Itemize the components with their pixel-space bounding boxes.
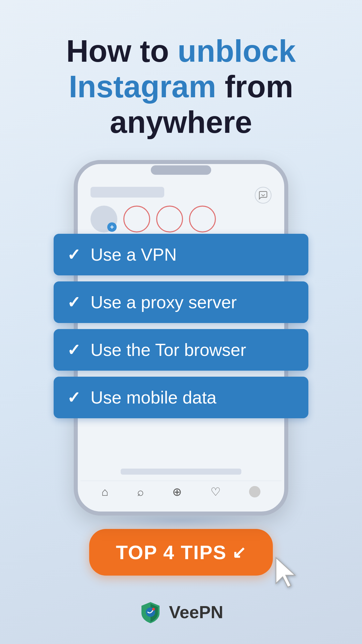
tip-label-3: Use the Tor browser [90,340,246,360]
add-nav-icon: ⊕ [172,485,182,498]
title-from: from [216,69,293,104]
checkmark-icon-2: ✓ [67,293,80,312]
cta-section: TOP 4 TIPS ↙ [89,529,273,576]
instagram-content-bar [121,469,241,475]
instagram-header-bar [90,187,164,198]
title-line-2: Instagram from [66,69,296,105]
brand-name: VeePN [169,602,223,622]
checkmark-icon-3: ✓ [67,340,80,359]
top-4-tips-button[interactable]: TOP 4 TIPS ↙ [89,529,273,576]
title-instagram: Instagram [69,69,216,104]
search-nav-icon: ⌕ [137,485,144,498]
veepn-logo [139,600,162,624]
profile-nav-icon [249,486,260,497]
story-add-plus-icon: + [107,222,117,232]
title-line-1: How to unblock [66,34,296,69]
story-add-button: + [90,206,117,232]
tip-item-1: ✓ Use a VPN [54,234,308,275]
instagram-bottom-content: ⌂ ⌕ ⊕ ♡ [80,469,282,509]
tip-label-4: Use mobile data [90,387,217,408]
title-section: How to unblock Instagram from anywhere [40,34,323,140]
cta-label: TOP 4 TIPS [116,541,227,564]
instagram-nav-bar: ⌂ ⌕ ⊕ ♡ [80,481,282,502]
title-anywhere: anywhere [110,105,252,139]
cursor-icon [273,555,300,596]
tip-item-2: ✓ Use a proxy server [54,281,308,323]
stories-row: + [90,206,272,232]
home-nav-icon: ⌂ [102,485,109,498]
story-circle-1 [123,206,150,232]
heart-nav-icon: ♡ [210,485,221,498]
svg-point-1 [152,608,155,610]
title-how-to: How to [66,34,178,68]
checkmark-icon-1: ✓ [67,245,80,264]
tips-list: ✓ Use a VPN ✓ Use a proxy server ✓ Use t… [54,234,308,418]
checkmark-icon-4: ✓ [67,388,80,407]
brand-section: VeePN [139,600,223,624]
tip-label-2: Use a proxy server [90,292,237,312]
cta-arrow-icon: ↙ [232,543,246,562]
tip-item-4: ✓ Use mobile data [54,377,308,418]
tip-label-1: Use a VPN [90,245,177,265]
story-circle-2 [156,206,183,232]
main-content: How to unblock Instagram from anywhere [0,0,362,576]
messenger-icon [255,187,272,204]
phone-notch [151,165,211,175]
phone-mockup-container: + ✓ Use a VPN ✓ Use a proxy server ✓ Use… [74,160,288,516]
title-line-3: anywhere [66,105,296,140]
story-circle-3 [189,206,216,232]
title-unblock: unblock [178,34,296,68]
tip-item-3: ✓ Use the Tor browser [54,329,308,371]
